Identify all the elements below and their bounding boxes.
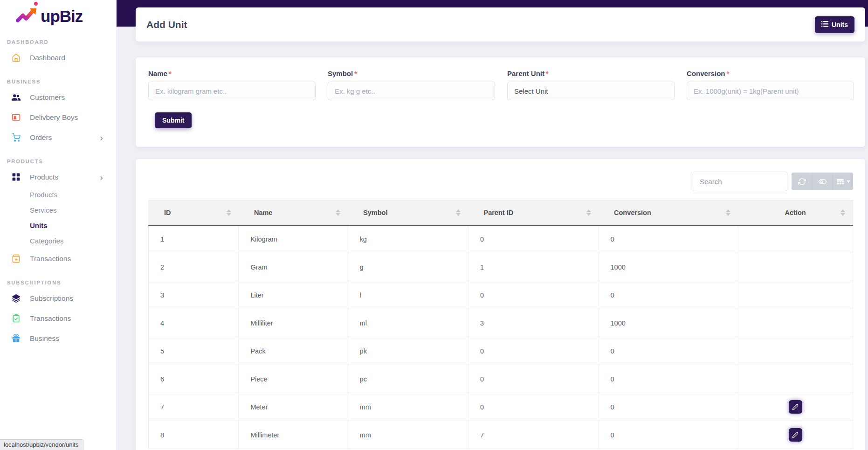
sidebar-item-customers[interactable]: Customers (0, 87, 116, 107)
cell-conversion: 0 (599, 281, 738, 309)
column-header-parent-id[interactable]: Parent ID (468, 201, 599, 225)
cell-id: 2 (149, 253, 239, 281)
nav-section-label-products: PRODUCTS (7, 159, 116, 164)
units-list-button[interactable]: Units (815, 16, 854, 33)
sidebar-item-label: Products (30, 173, 100, 181)
symbol-input[interactable] (328, 82, 495, 100)
cell-action (738, 253, 853, 281)
sidebar-nav: DASHBOARDDashboardBUSINESSCustomersDeliv… (0, 39, 116, 348)
sidebar-item-transactions[interactable]: Transactions (0, 308, 116, 328)
cell-name: Millimeter (239, 421, 348, 449)
refresh-icon (798, 178, 806, 186)
table-toolbar-buttons (792, 173, 853, 190)
column-header-id[interactable]: ID (149, 201, 239, 225)
units-button-label: Units (832, 21, 848, 28)
cart-icon (12, 133, 21, 142)
bag-icon (12, 254, 21, 263)
cell-conversion: 0 (599, 393, 738, 421)
column-header-symbol[interactable]: Symbol (348, 201, 468, 225)
search-input[interactable] (693, 172, 787, 191)
edit-unit-button[interactable] (789, 428, 802, 442)
sidebar-item-products[interactable]: Products› (0, 167, 116, 187)
table-row: 2Gramg11000 (149, 253, 853, 281)
table-row: 4Milliliterml31000 (149, 309, 853, 337)
id-card-icon (12, 113, 21, 122)
refresh-button[interactable] (792, 173, 812, 190)
pencil-icon (792, 404, 799, 410)
sidebar-item-label: Subscriptions (30, 294, 107, 303)
table-toolbar (148, 172, 853, 201)
sort-icon (586, 209, 591, 216)
sidebar-subitem-categories[interactable]: Categories (0, 233, 116, 249)
sort-icon (726, 209, 730, 216)
cell-action (738, 225, 853, 253)
caret-down-icon (847, 180, 850, 183)
cell-id: 8 (149, 421, 239, 449)
form-field-symbol: Symbol* (328, 69, 495, 100)
home-icon (12, 53, 21, 62)
column-header-conversion[interactable]: Conversion (599, 201, 738, 225)
sort-icon (227, 209, 231, 216)
cell-name: Kilogram (239, 225, 348, 253)
sidebar-item-dashboard[interactable]: Dashboard (0, 48, 116, 68)
brand-logo[interactable]: upBiz (0, 0, 116, 28)
sidebar-item-label: Transactions (30, 255, 107, 263)
cell-action (738, 309, 853, 337)
form-field-parent-unit: Parent Unit*Select Unit (507, 69, 675, 100)
submit-button[interactable]: Submit (155, 112, 192, 128)
page-title: Add Unit (146, 19, 187, 30)
sidebar-item-business[interactable]: Business (0, 328, 116, 348)
field-label: Parent Unit* (507, 69, 675, 77)
edit-unit-button[interactable] (789, 400, 802, 414)
cell-parent-id: 0 (468, 225, 599, 253)
cell-symbol: pc (348, 365, 468, 393)
sidebar-item-label: Orders (30, 133, 100, 142)
cell-symbol: mm (348, 421, 468, 449)
cell-symbol: pk (348, 337, 468, 365)
table-row: 1Kilogramkg00 (149, 225, 853, 253)
column-header-name[interactable]: Name (239, 201, 348, 225)
table-row: 3Literl00 (149, 281, 853, 309)
parent-unit-select[interactable]: Select Unit (507, 82, 675, 100)
chevron-right-icon: › (100, 174, 107, 180)
cell-conversion: 0 (599, 225, 738, 253)
required-asterisk: * (169, 69, 172, 77)
cell-action (738, 393, 853, 421)
required-asterisk: * (727, 69, 730, 77)
column-header-action[interactable]: Action (738, 201, 853, 225)
sidebar-item-transactions[interactable]: Transactions (0, 249, 116, 269)
sidebar-submenu-products: ProductsServicesUnitsCategories (0, 187, 116, 249)
cell-name: Pack (239, 337, 348, 365)
sidebar-item-orders[interactable]: Orders› (0, 127, 116, 147)
cell-parent-id: 0 (468, 281, 599, 309)
clipboard-icon (12, 314, 21, 323)
cell-action (738, 365, 853, 393)
brand-i-dot (34, 2, 38, 6)
sidebar-subitem-services[interactable]: Services (0, 202, 116, 218)
name-input[interactable] (148, 82, 316, 100)
brand-arrow-icon (16, 7, 37, 26)
sidebar-item-delivbery-boys[interactable]: Delivbery Boys (0, 107, 116, 127)
required-asterisk: * (354, 69, 357, 77)
cell-parent-id: 0 (468, 365, 599, 393)
conversion-input[interactable] (687, 82, 854, 100)
grid-icon (12, 173, 21, 181)
cell-id: 6 (149, 365, 239, 393)
sidebar-subitem-products[interactable]: Products (0, 187, 116, 202)
cell-conversion: 1000 (599, 309, 738, 337)
cell-symbol: mm (348, 393, 468, 421)
table-row: 6Piecepc00 (149, 365, 853, 393)
cell-symbol: l (348, 281, 468, 309)
units-table-card: IDNameSymbolParent IDConversionAction 1K… (136, 159, 865, 450)
form-field-name: Name* (148, 69, 316, 100)
columns-button[interactable] (833, 173, 853, 190)
units-table: IDNameSymbolParent IDConversionAction 1K… (148, 201, 853, 449)
sort-icon (840, 209, 845, 216)
sidebar-item-subscriptions[interactable]: Subscriptions (0, 288, 116, 308)
sidebar-subitem-units[interactable]: Units (0, 218, 116, 233)
cell-parent-id: 0 (468, 393, 599, 421)
browser-status-bar: localhost/upbiz/vendor/units (0, 439, 83, 450)
form-field-conversion: Conversion* (687, 69, 854, 100)
toggle-button[interactable] (812, 173, 833, 190)
sidebar-item-label: Delivbery Boys (30, 113, 107, 122)
